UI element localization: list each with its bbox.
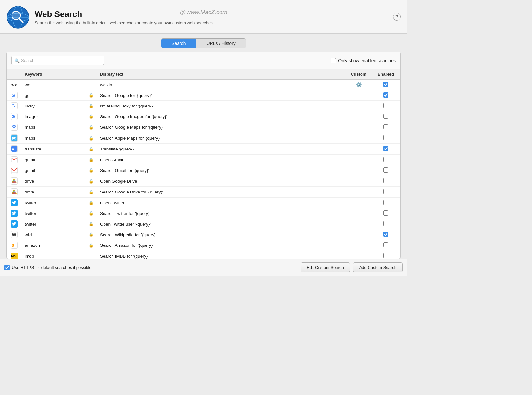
tabs-bar: Search URLs / History — [0, 34, 407, 48]
enabled-cell[interactable] — [371, 208, 400, 219]
enabled-checkbox[interactable] — [383, 146, 388, 151]
footer: Use HTTPS for default searches if possib… — [0, 259, 407, 276]
custom-cell — [346, 251, 371, 259]
custom-cell — [346, 111, 371, 122]
table-row: gmail 🔒 Open Gmail — [7, 155, 400, 165]
keyword-cell: images — [21, 111, 86, 122]
custom-cell — [346, 187, 371, 198]
enabled-cell[interactable] — [371, 155, 400, 165]
enabled-cell[interactable] — [371, 144, 400, 155]
lock-cell: 🔒 — [86, 176, 97, 187]
lock-icon: 🔒 — [89, 201, 94, 205]
svg-text:G: G — [12, 103, 15, 108]
tab-search[interactable]: Search — [161, 39, 196, 48]
custom-cell — [346, 208, 371, 219]
enabled-cell[interactable] — [371, 111, 400, 122]
lock-cell: 🔒 — [86, 208, 97, 219]
display-cell: weixin — [97, 80, 346, 90]
only-enabled-checkbox[interactable] — [331, 58, 336, 63]
enabled-checkbox[interactable] — [383, 114, 388, 119]
lock-cell: 🔒 — [86, 90, 97, 101]
icon-cell: IMDb — [7, 251, 21, 259]
col-header-enabled: Enabled — [371, 69, 400, 80]
enabled-checkbox[interactable] — [383, 103, 388, 108]
display-cell: Open Google Drive — [97, 176, 346, 187]
row-icon — [11, 167, 18, 174]
row-icon — [11, 220, 18, 228]
enabled-cell[interactable] — [371, 80, 400, 90]
col-header-lock — [86, 69, 97, 80]
enabled-checkbox[interactable] — [383, 242, 388, 247]
display-cell: Open Gmail — [97, 155, 346, 165]
lock-cell: 🔒 — [86, 155, 97, 165]
row-icon — [11, 199, 18, 206]
icon-cell: G — [7, 90, 21, 101]
table-wrap: Keyword Display text Custom Enabled wx w… — [7, 69, 400, 259]
display-cell: Open Twitter user '{query}' — [97, 219, 346, 229]
enabled-checkbox[interactable] — [383, 232, 388, 237]
https-checkbox[interactable] — [4, 265, 10, 270]
enabled-checkbox[interactable] — [383, 135, 388, 140]
search-input[interactable] — [11, 56, 104, 65]
lock-icon: 🔒 — [89, 104, 94, 108]
lock-icon: 🔒 — [89, 168, 94, 173]
only-enabled-row: Only show enabled searches — [331, 58, 396, 63]
enabled-checkbox[interactable] — [383, 221, 388, 226]
display-cell: Search Amazon for '{query}' — [97, 240, 346, 251]
keyword-cell: imdb — [21, 251, 86, 259]
enabled-cell[interactable] — [371, 133, 400, 144]
display-cell: Search Google Images for '{query}' — [97, 111, 346, 122]
table-row: IMDb imdb Search IMDB for '{query}' — [7, 251, 400, 259]
row-icon — [11, 177, 18, 185]
enabled-checkbox[interactable] — [383, 167, 388, 173]
display-cell: Search Gmail for '{query}' — [97, 165, 346, 176]
enabled-cell[interactable] — [371, 240, 400, 251]
enabled-cell[interactable] — [371, 229, 400, 240]
svg-text:A: A — [12, 147, 14, 151]
tab-urls-history[interactable]: URLs / History — [196, 39, 246, 48]
custom-cell — [346, 198, 371, 208]
add-custom-search-button[interactable]: Add Custom Search — [353, 262, 403, 272]
lock-cell: 🔒 — [86, 187, 97, 198]
table-row: W wiki 🔒 Search Wikipedia for '{query}' — [7, 229, 400, 240]
enabled-cell[interactable] — [371, 198, 400, 208]
keyword-cell: maps — [21, 122, 86, 133]
enabled-checkbox[interactable] — [383, 178, 388, 183]
table-row: twitter 🔒 Search Twitter for '{query}' — [7, 208, 400, 219]
lock-icon: 🔒 — [89, 93, 94, 98]
custom-cell — [346, 155, 371, 165]
keyword-cell: amazon — [21, 240, 86, 251]
lock-cell: 🔒 — [86, 229, 97, 240]
enabled-checkbox[interactable] — [383, 210, 388, 216]
help-button[interactable]: ? — [393, 13, 401, 21]
enabled-checkbox[interactable] — [383, 189, 388, 194]
enabled-checkbox[interactable] — [383, 124, 388, 129]
lock-icon: 🔒 — [89, 125, 94, 130]
enabled-cell[interactable] — [371, 165, 400, 176]
lock-cell: 🔒 — [86, 144, 97, 155]
enabled-checkbox[interactable] — [383, 157, 388, 162]
enabled-checkbox[interactable] — [383, 82, 388, 87]
table-row: G gg 🔒 Search Google for '{query}' — [7, 90, 400, 101]
custom-cell — [346, 229, 371, 240]
enabled-cell[interactable] — [371, 219, 400, 229]
app-icon — [6, 6, 29, 29]
display-cell: Search Wikipedia for '{query}' — [97, 229, 346, 240]
table-row: 🗺 maps 🔒 Search Apple Maps for '{query}' — [7, 133, 400, 144]
enabled-cell[interactable] — [371, 251, 400, 259]
lock-icon: 🔒 — [89, 211, 94, 216]
enabled-checkbox[interactable] — [383, 200, 388, 205]
edit-custom-search-button[interactable]: Edit Custom Search — [301, 262, 350, 272]
row-icon: W — [11, 231, 18, 238]
enabled-cell[interactable] — [371, 90, 400, 101]
enabled-cell[interactable] — [371, 187, 400, 198]
display-cell: Open Twitter — [97, 198, 346, 208]
display-cell: Search Google Drive for '{query}' — [97, 187, 346, 198]
col-header-display: Display text — [97, 69, 346, 80]
enabled-checkbox[interactable] — [383, 92, 388, 98]
keyword-cell: drive — [21, 187, 86, 198]
enabled-cell[interactable] — [371, 176, 400, 187]
enabled-cell[interactable] — [371, 101, 400, 111]
enabled-cell[interactable] — [371, 122, 400, 133]
enabled-checkbox[interactable] — [383, 253, 388, 258]
